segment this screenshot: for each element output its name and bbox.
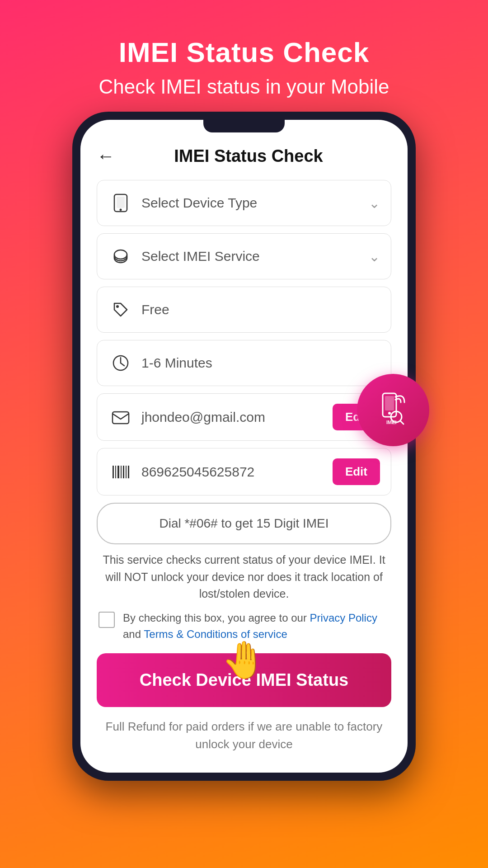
device-type-text: Select Device Type [141, 195, 364, 211]
phone-icon [108, 190, 133, 216]
form-content: Select Device Type ⌄ Select IMEI Service… [80, 175, 408, 773]
imei-badge: IMEI [357, 374, 429, 446]
terms-checkbox[interactable] [99, 612, 115, 628]
svg-point-8 [120, 209, 122, 211]
app-bar-title: IMEI Status Check [124, 146, 373, 166]
svg-line-17 [121, 363, 124, 366]
phone-frame: IMEI ← IMEI Status Check Select Dev [72, 112, 416, 781]
svg-rect-1 [385, 396, 394, 410]
terms-label: By checking this box, you agree to our P… [123, 610, 389, 642]
clock-icon [108, 350, 133, 376]
svg-rect-25 [128, 466, 129, 478]
back-button[interactable]: ← [97, 146, 115, 166]
refund-text: Full Refund for paid orders if we are un… [97, 718, 391, 762]
svg-line-4 [400, 421, 404, 424]
email-row: jhondeo@gmail.com Edit [97, 393, 391, 441]
svg-rect-7 [117, 197, 125, 208]
svg-point-2 [388, 412, 391, 415]
imei-row: 869625045625872 Edit [97, 448, 391, 495]
checkbox-and: and [123, 628, 144, 640]
svg-text:IMEI: IMEI [386, 420, 397, 425]
dial-button[interactable]: Dial *#06# to get 15 Digit IMEI [97, 503, 391, 544]
svg-rect-21 [117, 466, 119, 478]
imei-value: 869625045625872 [141, 464, 333, 480]
service-chevron-icon: ⌄ [369, 249, 380, 264]
dial-button-label: Dial *#06# to get 15 Digit IMEI [159, 516, 328, 530]
chevron-down-icon: ⌄ [369, 195, 380, 211]
imei-edit-button[interactable]: Edit [333, 458, 380, 485]
time-row: 1-6 Minutes [97, 340, 391, 386]
svg-rect-18 [113, 412, 129, 424]
price-text: Free [141, 302, 380, 317]
device-type-row[interactable]: Select Device Type ⌄ [97, 180, 391, 226]
svg-point-14 [116, 305, 119, 308]
checkbox-prefix: By checking this box, you agree to our [123, 612, 310, 624]
imei-service-text: Select IMEI Service [141, 249, 364, 264]
svg-rect-23 [123, 466, 124, 478]
mail-icon [108, 405, 133, 430]
svg-rect-24 [126, 466, 127, 478]
app-bar: ← IMEI Status Check [80, 132, 408, 175]
cursor-hand-icon: 🤚 [221, 639, 267, 681]
barcode-icon [108, 459, 133, 485]
tag-icon [108, 297, 133, 322]
page-title: IMEI Status Check [99, 36, 389, 68]
phone-notch [203, 120, 285, 132]
header-area: IMEI Status Check Check IMEI status in y… [99, 36, 389, 98]
svg-rect-22 [121, 466, 122, 478]
terms-row[interactable]: By checking this box, you agree to our P… [97, 610, 391, 642]
imei-badge-icon: IMEI [373, 389, 413, 429]
price-row: Free [97, 287, 391, 333]
svg-rect-19 [113, 466, 114, 478]
page-subtitle: Check IMEI status in your Mobile [99, 75, 389, 98]
email-value: jhondeo@gmail.com [141, 410, 333, 425]
service-icon [108, 244, 133, 269]
privacy-policy-link[interactable]: Privacy Policy [310, 612, 377, 624]
imei-service-row[interactable]: Select IMEI Service ⌄ [97, 233, 391, 279]
svg-point-11 [114, 250, 127, 259]
info-text: This service checks current status of yo… [97, 552, 391, 603]
time-text: 1-6 Minutes [141, 355, 380, 371]
svg-rect-20 [115, 466, 116, 478]
terms-link[interactable]: Terms & Conditions of service [144, 628, 287, 640]
